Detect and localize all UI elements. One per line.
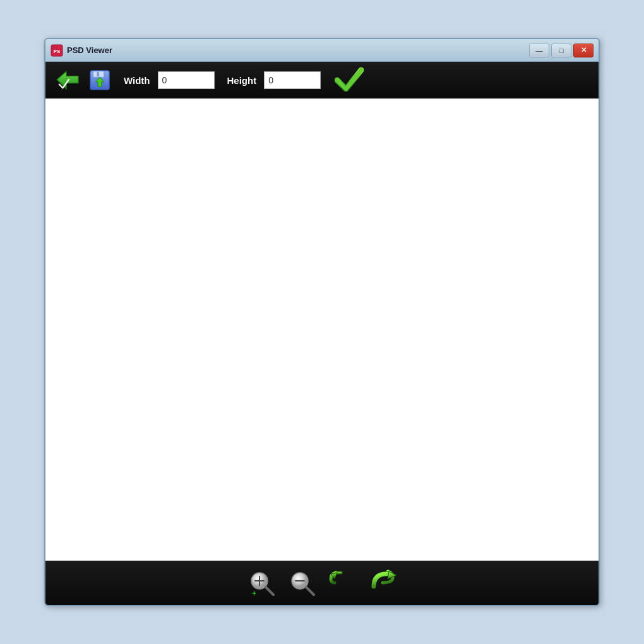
confirm-button[interactable] — [335, 66, 364, 94]
minimize-button[interactable]: — — [529, 44, 549, 57]
height-input[interactable] — [264, 71, 321, 89]
width-input[interactable] — [158, 71, 215, 89]
rotate-left-button[interactable] — [328, 569, 356, 597]
zoom-out-button[interactable] — [288, 569, 316, 597]
app-icon: PS — [51, 44, 63, 57]
rotate-right-button[interactable] — [369, 569, 397, 597]
main-window: PS PSD Viewer — □ ✕ — [44, 38, 600, 606]
canvas-area — [45, 98, 599, 561]
maximize-button[interactable]: □ — [551, 44, 571, 57]
svg-rect-6 — [97, 72, 99, 77]
width-label: Width — [124, 75, 150, 86]
open-button[interactable] — [56, 69, 81, 92]
svg-line-13 — [306, 587, 314, 595]
title-bar: PS PSD Viewer — □ ✕ — [45, 39, 599, 62]
svg-text:+: + — [252, 589, 256, 596]
zoom-in-button[interactable]: + — [247, 569, 275, 597]
height-label: Height — [227, 75, 257, 86]
svg-text:PS: PS — [54, 49, 61, 54]
close-button[interactable]: ✕ — [573, 44, 593, 57]
title-bar-buttons: — □ ✕ — [529, 44, 593, 57]
window-title: PSD Viewer — [67, 45, 112, 55]
bottom-toolbar: + — [45, 561, 599, 605]
canvas-content — [45, 98, 599, 561]
save-button[interactable] — [88, 69, 111, 92]
toolbar: Width Height — [45, 62, 599, 98]
svg-line-8 — [266, 587, 273, 595]
title-bar-left: PS PSD Viewer — [51, 44, 112, 57]
